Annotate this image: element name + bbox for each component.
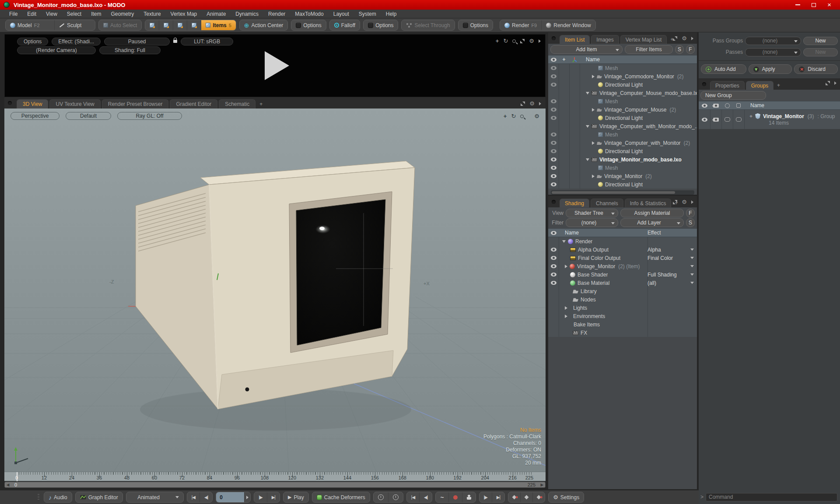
command-input[interactable]	[709, 494, 834, 500]
key-cycle-button[interactable]	[521, 492, 533, 502]
pan-icon[interactable]: +	[496, 38, 499, 44]
menu-item-select[interactable]: Select	[62, 11, 86, 17]
expand-arrow-icon[interactable]	[592, 141, 595, 145]
menu-item-system[interactable]: System	[354, 11, 381, 17]
new-pass-button[interactable]: New	[803, 48, 838, 56]
preview-lut-button[interactable]: LUT: sRGB	[181, 38, 233, 46]
tab-info-statistics[interactable]: Info & Statistics	[625, 199, 672, 207]
pan-icon[interactable]: +	[504, 113, 507, 119]
add-item-dropdown[interactable]: Add Item	[550, 45, 623, 54]
menu-item-geometry[interactable]: Geometry	[106, 11, 139, 17]
frame-spinner[interactable]	[244, 492, 250, 502]
time-marker-button[interactable]	[374, 492, 388, 502]
graph-editor-button[interactable]: Graph Editor	[76, 492, 122, 502]
preview-options-button[interactable]: Options	[17, 38, 48, 46]
add-tab-button[interactable]: +	[775, 82, 782, 90]
expand-icon[interactable]	[673, 36, 677, 41]
tab-pucker-icon[interactable]	[552, 36, 556, 40]
expand-arrow-icon[interactable]	[565, 265, 567, 268]
select-through-options-button[interactable]: Options	[458, 20, 493, 30]
render-window-button[interactable]: Render Window	[542, 20, 595, 30]
expand-icon[interactable]	[826, 81, 830, 85]
center-column-header[interactable]: +	[559, 56, 569, 63]
filter-items-field[interactable]: Filter Items	[625, 45, 673, 54]
table-row[interactable]: Vintage_Computer_with_Monitor(2)	[548, 139, 697, 147]
zoom-icon[interactable]	[520, 115, 524, 118]
eye-icon[interactable]	[551, 174, 556, 178]
table-row[interactable]: Directional Light	[548, 80, 697, 89]
tab-3d-view[interactable]: 3D View	[17, 99, 48, 108]
pass-groups-dropdown[interactable]: (none)	[745, 37, 801, 45]
range-right-arrow-icon[interactable]: ▶	[539, 483, 545, 487]
eye-column-header[interactable]	[699, 104, 710, 108]
menu-item-item[interactable]: Item	[86, 11, 106, 17]
menu-item-maxtomodo[interactable]: MaxToModo	[290, 11, 328, 17]
table-row[interactable]: Mesh	[548, 164, 697, 172]
table-row[interactable]: FX	[548, 329, 697, 337]
add-tab-button[interactable]: +	[257, 101, 265, 108]
range-left-arrow-icon[interactable]: ◀	[5, 483, 11, 487]
selmode-edges-button[interactable]	[159, 20, 173, 30]
table-row[interactable]: Vintage_Monitor_modo_base.lxo	[548, 155, 697, 164]
time-range-button[interactable]	[388, 492, 403, 502]
tab-groups[interactable]: Groups	[746, 81, 774, 90]
eye-icon[interactable]	[551, 149, 556, 153]
eye-icon[interactable]	[551, 66, 556, 70]
items-mode-button[interactable]: Items 5	[201, 20, 235, 30]
raygl-button[interactable]: Ray GL: Off	[117, 112, 182, 120]
cache-deformers-button[interactable]: Cache Deformers	[312, 492, 370, 502]
eye-icon[interactable]	[551, 99, 556, 103]
menu-item-vertex-map[interactable]: Vertex Map	[166, 11, 202, 17]
eye-icon[interactable]	[551, 264, 556, 268]
preview-effect-button[interactable]: Effect: (Shadi...	[52, 38, 101, 46]
passes-dropdown[interactable]: (none)	[745, 48, 801, 56]
checkbox-icon[interactable]	[296, 23, 301, 28]
tab-item-list[interactable]: Item List	[560, 35, 590, 44]
menu-item-render[interactable]: Render	[263, 11, 290, 17]
tab-images[interactable]: Images	[591, 35, 619, 44]
settings-button[interactable]: ⚙ Settings	[549, 492, 584, 502]
table-row[interactable]: Nodes	[548, 295, 697, 304]
prev-key2-button[interactable]: ◀|	[420, 492, 432, 502]
table-row[interactable]: Mesh	[548, 64, 697, 72]
expand-arrow-icon[interactable]	[565, 306, 567, 310]
menu-item-view[interactable]: View	[41, 11, 62, 17]
selmode-centers-button[interactable]	[187, 20, 201, 30]
auto-select-button[interactable]: Auto Select	[99, 20, 141, 30]
chevron-down-icon[interactable]	[690, 257, 694, 259]
next-key-button[interactable]: |▶	[480, 492, 492, 502]
eye-icon[interactable]	[551, 116, 556, 120]
model-mode-button[interactable]: Model F2	[6, 20, 55, 30]
3d-viewport[interactable]: Perspective Default Ray GL: Off + ↻ ⚙ -Z…	[4, 108, 546, 472]
flyout-arrow-icon[interactable]	[539, 39, 541, 43]
expand-arrow-icon[interactable]	[592, 108, 595, 112]
collapse-arrow-icon[interactable]	[562, 240, 566, 243]
lock-icon[interactable]	[173, 40, 177, 43]
falloff-options-button[interactable]: Options	[364, 20, 398, 30]
effect-value[interactable]: Final Color	[648, 255, 673, 261]
tab-pucker-icon[interactable]	[8, 101, 12, 105]
eye-column-header[interactable]	[548, 58, 559, 62]
apply-button[interactable]: ▼ Apply	[749, 64, 792, 74]
table-row[interactable]: Directional Light	[548, 147, 697, 155]
menu-item-texture[interactable]: Texture	[139, 11, 165, 17]
table-row[interactable]: Final Color Output Final Color	[548, 254, 697, 262]
spinner-icon[interactable]	[246, 496, 248, 499]
flyout-arrow-icon[interactable]	[691, 37, 693, 40]
play-button[interactable]: ▶ Play	[284, 492, 308, 502]
render-preview-panel[interactable]: Options Effect: (Shadi... Paused LUT: sR…	[4, 34, 546, 97]
effect-value[interactable]: Alpha	[648, 247, 661, 253]
rotate-icon[interactable]: ↻	[511, 113, 516, 119]
effect-value[interactable]: Full Shading	[648, 272, 677, 278]
action-center-options-button[interactable]: Options	[291, 20, 326, 30]
table-row[interactable]: Vintage_Computer_with_Monitor_modo_...	[548, 122, 697, 130]
tab-gradient-editor[interactable]: Gradient Editor	[170, 99, 217, 108]
eye-icon[interactable]	[551, 281, 556, 285]
table-row[interactable]: Environments	[548, 312, 697, 320]
add-layer-dropdown[interactable]: Add Layer	[620, 218, 684, 227]
checkbox-icon[interactable]	[368, 23, 373, 28]
table-row[interactable]: Alpha Output Alpha	[548, 245, 697, 254]
shader-tree-dropdown[interactable]: Shader Tree	[566, 209, 618, 217]
eye-icon[interactable]	[551, 273, 556, 276]
axis-column-header[interactable]	[569, 57, 580, 62]
